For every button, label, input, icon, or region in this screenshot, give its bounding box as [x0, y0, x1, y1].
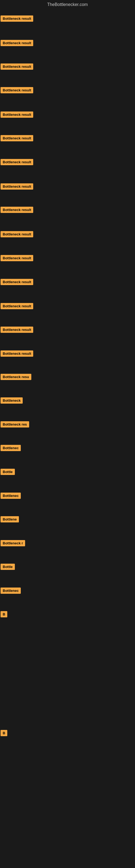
- result-row-2: Bottleneck result: [1, 40, 33, 47]
- bottleneck-badge-9[interactable]: Bottleneck result: [1, 207, 33, 213]
- bottleneck-badge-18[interactable]: Bottleneck res: [1, 421, 29, 428]
- result-row-20: Bottle: [1, 469, 15, 476]
- result-row-4: Bottleneck result: [1, 87, 33, 94]
- result-row-1: Bottleneck result: [1, 16, 33, 23]
- result-row-26: B: [1, 611, 7, 618]
- bottleneck-badge-6[interactable]: Bottleneck result: [1, 135, 33, 141]
- bottleneck-badge-23[interactable]: Bottleneck r: [1, 540, 25, 546]
- bottleneck-badge-14[interactable]: Bottleneck result: [1, 327, 33, 333]
- bottleneck-badge-17[interactable]: Bottleneck: [1, 397, 23, 404]
- result-row-21: Bottlenec: [1, 493, 21, 500]
- result-row-25: Bottlenec: [1, 588, 21, 595]
- result-row-22: Bottlene: [1, 516, 19, 524]
- result-row-17: Bottleneck: [1, 397, 23, 405]
- bottleneck-badge-4[interactable]: Bottleneck result: [1, 87, 33, 93]
- bottleneck-badge-15[interactable]: Bottleneck result: [1, 350, 33, 357]
- result-row-19: Bottlenec: [1, 445, 21, 452]
- bottleneck-badge-31[interactable]: B: [1, 730, 7, 736]
- results-container: Bottleneck resultBottleneck resultBottle…: [0, 10, 135, 867]
- bottleneck-badge-5[interactable]: Bottleneck result: [1, 112, 33, 118]
- bottleneck-badge-24[interactable]: Bottle: [1, 564, 15, 570]
- result-row-24: Bottle: [1, 564, 15, 571]
- result-row-6: Bottleneck result: [1, 135, 33, 143]
- bottleneck-badge-21[interactable]: Bottlenec: [1, 493, 21, 499]
- result-row-14: Bottleneck result: [1, 327, 33, 334]
- result-row-31: B: [1, 730, 7, 737]
- result-row-3: Bottleneck result: [1, 63, 33, 71]
- result-row-16: Bottleneck resu: [1, 374, 31, 381]
- bottleneck-badge-12[interactable]: Bottleneck result: [1, 279, 33, 285]
- bottleneck-badge-3[interactable]: Bottleneck result: [1, 63, 33, 70]
- bottleneck-badge-11[interactable]: Bottleneck result: [1, 255, 33, 261]
- bottleneck-badge-25[interactable]: Bottlenec: [1, 588, 21, 594]
- result-row-7: Bottleneck result: [1, 159, 33, 166]
- result-row-18: Bottleneck res: [1, 421, 29, 429]
- result-row-15: Bottleneck result: [1, 350, 33, 358]
- bottleneck-badge-7[interactable]: Bottleneck result: [1, 159, 33, 165]
- bottleneck-badge-8[interactable]: Bottleneck result: [1, 183, 33, 190]
- result-row-5: Bottleneck result: [1, 112, 33, 119]
- bottleneck-badge-2[interactable]: Bottleneck result: [1, 40, 33, 46]
- result-row-12: Bottleneck result: [1, 279, 33, 286]
- result-row-13: Bottleneck result: [1, 303, 33, 310]
- result-row-23: Bottleneck r: [1, 540, 25, 547]
- result-row-9: Bottleneck result: [1, 207, 33, 214]
- bottleneck-badge-20[interactable]: Bottle: [1, 469, 15, 475]
- result-row-10: Bottleneck result: [1, 231, 33, 239]
- bottleneck-badge-10[interactable]: Bottleneck result: [1, 231, 33, 237]
- bottleneck-badge-22[interactable]: Bottlene: [1, 516, 19, 522]
- result-row-8: Bottleneck result: [1, 183, 33, 191]
- site-title: TheBottlenecker.com: [0, 0, 135, 10]
- bottleneck-badge-13[interactable]: Bottleneck result: [1, 303, 33, 309]
- bottleneck-badge-1[interactable]: Bottleneck result: [1, 16, 33, 22]
- bottleneck-badge-19[interactable]: Bottlenec: [1, 445, 21, 451]
- bottleneck-badge-26[interactable]: B: [1, 611, 7, 617]
- result-row-11: Bottleneck result: [1, 255, 33, 262]
- bottleneck-badge-16[interactable]: Bottleneck resu: [1, 374, 31, 380]
